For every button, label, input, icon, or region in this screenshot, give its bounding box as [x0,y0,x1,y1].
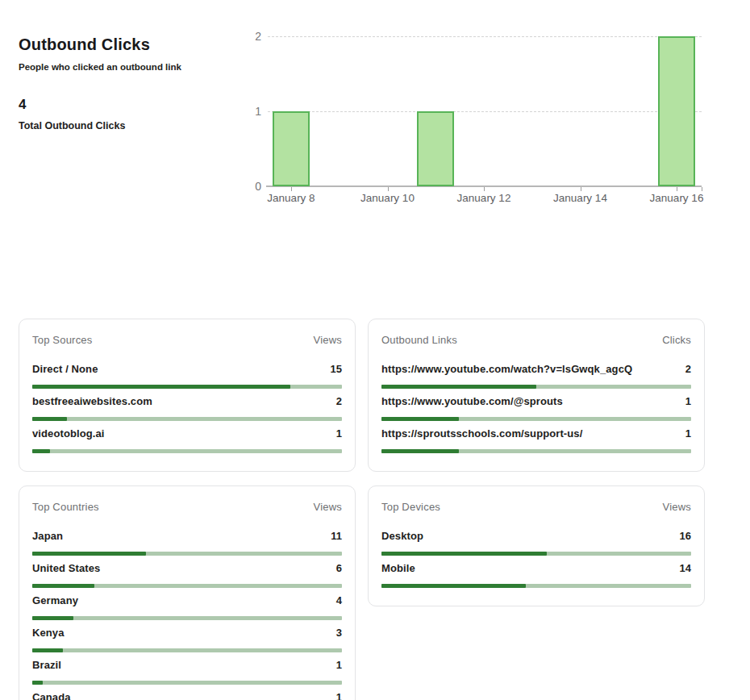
panel-header: Top Sources Views [32,334,342,347]
panel-rows: Direct / None 15 bestfreeaiwebsites.com … [32,363,342,453]
chart-bar [417,111,454,186]
stat-row-label: Direct / None [32,363,98,376]
stat-row-top: videotoblog.ai 1 [32,427,342,440]
stat-progress-fill [381,385,536,389]
y-gridline [268,111,702,112]
stat-row-label: bestfreeaiwebsites.com [32,395,152,408]
x-axis-tick [677,187,677,191]
stat-row-top: Japan 11 [32,530,342,543]
stat-row[interactable]: https://www.youtube.com/watch?v=lsGwqk_a… [381,363,691,389]
stat-row-top: Canada 1 [32,691,342,700]
stat-progress-track [381,552,691,556]
panel-top-countries: Top Countries Views Japan 11 United Stat… [19,485,356,700]
stat-row-top: Desktop 16 [381,530,691,543]
stat-row-value: 2 [685,363,691,376]
stat-row-label: https://sproutsschools.com/support-us/ [381,427,582,440]
x-axis-tick-label: January 10 [340,192,436,204]
stat-row-value: 6 [336,562,342,575]
stat-row-label: Desktop [381,530,423,543]
panel-top-devices: Top Devices Views Desktop 16 Mobile 14 [368,485,705,606]
x-axis-tick-label: January 12 [435,192,532,204]
panel-metric-label: Views [663,501,691,514]
panel-title: Top Countries [32,501,99,514]
stat-row[interactable]: Japan 11 [32,530,342,556]
stat-progress-track [381,417,691,421]
stat-row-value: 1 [336,691,342,700]
stat-row-top: https://www.youtube.com/watch?v=lsGwqk_a… [381,363,691,376]
stat-row[interactable]: Mobile 14 [381,562,691,588]
stat-row-value: 16 [680,530,691,543]
stat-row-label: United States [32,562,100,575]
stat-row-top: Germany 4 [32,594,342,607]
stat-progress-track [32,552,342,556]
stat-row[interactable]: Brazil 1 [32,659,342,685]
stat-progress-track [32,417,342,421]
stat-progress-fill [32,616,73,620]
panel-rows: Desktop 16 Mobile 14 [381,530,691,588]
stat-row-label: Japan [32,530,63,543]
stat-row-value: 11 [331,530,342,543]
panel-title: Outbound Links [381,334,457,347]
stat-progress-fill [381,584,526,588]
y-axis-tick-label: 1 [234,105,261,118]
stat-progress-track [381,449,691,453]
stat-row-value: 2 [336,395,342,408]
stat-progress-track [32,584,342,588]
stat-row-label: videotoblog.ai [32,427,105,440]
stat-progress-fill [32,385,290,389]
stat-progress-fill [381,449,459,453]
stat-row[interactable]: videotoblog.ai 1 [32,427,342,453]
x-axis-end-tick [702,187,702,191]
stat-row-top: https://sproutsschools.com/support-us/ 1 [381,427,691,440]
stat-row-value: 15 [331,363,342,376]
y-gridline [268,36,702,37]
outbound-clicks-bar-chart: 012January 8January 10January 12January … [0,0,750,226]
stat-row-top: bestfreeaiwebsites.com 2 [32,395,342,408]
stat-progress-fill [32,681,43,685]
panel-metric-label: Clicks [662,334,691,347]
stat-row-top: Kenya 3 [32,627,342,640]
panel-outbound-links: Outbound Links Clicks https://www.youtub… [368,319,705,472]
stat-row[interactable]: United States 6 [32,562,342,588]
stat-row[interactable]: Kenya 3 [32,627,342,652]
stat-progress-track [32,648,342,652]
stat-row[interactable]: https://www.youtube.com/@sprouts 1 [381,395,691,421]
x-axis-tick-label: January 8 [243,192,340,204]
stat-row-value: 1 [685,395,691,408]
stat-progress-fill [32,584,94,588]
stat-row[interactable]: Germany 4 [32,594,342,620]
x-axis-tick [291,187,292,191]
stat-row[interactable]: https://sproutsschools.com/support-us/ 1 [381,427,691,453]
chart-bar [273,111,310,186]
stat-row[interactable]: Direct / None 15 [32,363,342,389]
panel-header: Outbound Links Clicks [381,334,691,347]
panel-title: Top Devices [381,501,440,514]
panel-rows: https://www.youtube.com/watch?v=lsGwqk_a… [381,363,691,453]
panel-title: Top Sources [32,334,92,347]
stat-progress-fill [32,648,63,652]
stat-row-label: Brazil [32,659,61,672]
stat-row-top: United States 6 [32,562,342,575]
stat-row-value: 14 [680,562,691,575]
x-axis-tick-label: January 14 [532,192,629,204]
stat-row-label: https://www.youtube.com/watch?v=lsGwqk_a… [381,363,632,376]
stat-row-top: Mobile 14 [381,562,691,575]
stat-progress-fill [381,552,547,556]
x-axis-tick [581,187,581,191]
panel-metric-label: Views [314,334,342,347]
panel-rows: Japan 11 United States 6 Germany 4 Kenya… [32,530,342,700]
stat-progress-track [381,584,691,588]
stat-row[interactable]: bestfreeaiwebsites.com 2 [32,395,342,421]
stat-progress-track [381,385,691,389]
panel-top-sources: Top Sources Views Direct / None 15 bestf… [19,319,356,472]
stat-row[interactable]: Desktop 16 [381,530,691,556]
y-axis-tick-label: 0 [234,180,261,193]
stat-progress-fill [32,417,67,421]
stat-row-label: Kenya [32,627,65,640]
stat-progress-track [32,385,342,389]
stat-row-top: Brazil 1 [32,659,342,672]
stat-progress-fill [32,552,146,556]
stat-row[interactable]: Canada 1 [32,691,342,700]
stat-row-top: https://www.youtube.com/@sprouts 1 [381,395,691,408]
x-axis-tick [388,187,389,191]
